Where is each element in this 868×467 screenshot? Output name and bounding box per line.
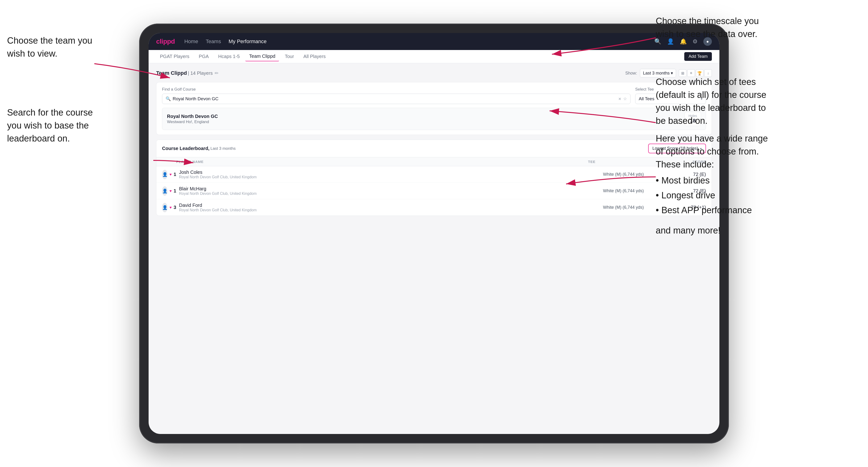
rank-cell-2: 👤 ♥ 1	[162, 186, 176, 196]
player-club-3: Royal North Devon Golf Club, United King…	[179, 208, 588, 212]
tee-cell-2: White (M) (6,744 yds)	[588, 188, 659, 193]
team-name: Team Clippd	[156, 70, 187, 76]
add-team-button[interactable]: Add Team	[684, 52, 712, 61]
edit-icon[interactable]: ✏	[215, 70, 219, 76]
subnav-pgat[interactable]: PGAT Players	[156, 52, 193, 61]
subnav-tour[interactable]: Tour	[281, 52, 298, 61]
course-result: Royal North Devon GC Westward Ho!, Engla…	[162, 108, 706, 130]
leaderboard-title: Course Leaderboard,	[162, 146, 210, 151]
player-name-3: David Ford	[179, 203, 588, 208]
table-row: 👤 ♥ 3 David Ford Royal North Devon Golf …	[156, 199, 712, 216]
tee-cell-3: White (M) (6,744 yds)	[588, 205, 659, 210]
search-star-icon[interactable]: ☆	[623, 96, 627, 101]
subnav-all-players[interactable]: All Players	[300, 52, 329, 61]
table-header-row: PLAYER NAME TEE SCORE	[156, 157, 712, 166]
tee-select-value: All Tees	[639, 96, 654, 101]
annotation-options-list: Most birdies Longest drive Best APP perf…	[656, 172, 752, 219]
col-header-player: PLAYER NAME	[176, 160, 588, 164]
player-name-1: Josh Coles	[179, 169, 588, 175]
subnav-pga[interactable]: PGA	[195, 52, 213, 61]
course-search-group: Find a Golf Course 🔍 Royal North Devon G…	[162, 87, 630, 104]
nav-teams[interactable]: Teams	[206, 38, 221, 44]
player-info-3: David Ford Royal North Devon Golf Club, …	[176, 203, 588, 212]
player-club-1: Royal North Devon Golf Club, United King…	[179, 175, 588, 179]
tee-cell-1: White (M) (6,744 yds)	[588, 172, 659, 177]
sub-nav: PGAT Players PGA Hcaps 1-5 Team Clippd T…	[149, 50, 719, 63]
search-clear-icon[interactable]: ✕	[618, 97, 621, 101]
leaderboard-subtitle: Last 3 months	[210, 146, 236, 151]
col-header-tee: TEE	[588, 160, 659, 164]
tablet-frame: clippd Home Teams My Performance 🔍 👤 🔔 ⚙…	[139, 24, 729, 443]
annotation-tees: Choose which set of tees(default is all)…	[656, 75, 766, 127]
player-avatar-1: 👤	[162, 170, 167, 179]
annotation-timescale: Choose the timescale youwish to see the …	[656, 14, 759, 40]
rank-cell-3: 👤 ♥ 3	[162, 203, 176, 212]
team-header: Team Clippd | 14 Players ✏ Show: Last 3 …	[156, 69, 712, 77]
nav-links: Home Teams My Performance	[184, 38, 645, 44]
logo: clippd	[156, 38, 175, 45]
player-info-2: Blair McHarg Royal North Devon Golf Club…	[176, 186, 588, 196]
search-row: Find a Golf Course 🔍 Royal North Devon G…	[162, 87, 706, 104]
leaderboard-table: PLAYER NAME TEE SCORE 👤 ♥ 1 Josh Coles	[156, 157, 712, 216]
player-info-1: Josh Coles Royal North Devon Golf Club, …	[176, 169, 588, 179]
course-search-input-wrapper[interactable]: 🔍 Royal North Devon GC ✕ ☆	[162, 94, 630, 104]
nav-home[interactable]: Home	[184, 38, 198, 44]
heart-icon-2[interactable]: ♥	[169, 189, 172, 193]
player-avatar-3: 👤	[162, 203, 167, 212]
annotation-options: Here you have a wide rangeof options to …	[656, 132, 768, 171]
navbar: clippd Home Teams My Performance 🔍 👤 🔔 ⚙…	[149, 33, 719, 50]
player-club-2: Royal North Devon Golf Club, United King…	[179, 191, 588, 196]
table-row: 👤 ♥ 1 Blair McHarg Royal North Devon Gol…	[156, 183, 712, 199]
course-search-card: Find a Golf Course 🔍 Royal North Devon G…	[156, 82, 712, 135]
annotation-team-choice: Choose the team youwish to view.	[7, 34, 92, 60]
option-birdies: Most birdies	[656, 174, 752, 187]
nav-my-performance[interactable]: My Performance	[228, 38, 267, 44]
player-avatar-2: 👤	[162, 186, 167, 196]
annotation-course-search: Search for the courseyou wish to base th…	[7, 106, 93, 145]
rank-number-2: 1	[174, 188, 176, 194]
heart-icon-3[interactable]: ♥	[169, 206, 172, 210]
subnav-team-clippd[interactable]: Team Clippd	[245, 52, 279, 61]
rank-number-1: 1	[174, 172, 176, 177]
main-content: Team Clippd | 14 Players ✏ Show: Last 3 …	[149, 63, 719, 221]
table-row: 👤 ♥ 1 Josh Coles Royal North Devon Golf …	[156, 166, 712, 183]
option-app: Best APP performance	[656, 204, 752, 217]
option-drive: Longest drive	[656, 189, 752, 202]
leaderboard-card: Course Leaderboard, Last 3 months Lowest…	[156, 139, 712, 216]
leaderboard-header: Course Leaderboard, Last 3 months Lowest…	[156, 140, 712, 157]
col-header-rank	[162, 160, 176, 164]
heart-icon-1[interactable]: ♥	[169, 173, 172, 177]
course-result-info: Royal North Devon GC Westward Ho!, Engla…	[167, 114, 218, 124]
find-course-label: Find a Golf Course	[162, 87, 630, 92]
course-result-location: Westward Ho!, England	[167, 120, 218, 124]
team-count: | 14 Players	[188, 70, 213, 76]
tablet-screen: clippd Home Teams My Performance 🔍 👤 🔔 ⚙…	[149, 33, 719, 434]
annotation-more: and many more!	[656, 224, 720, 237]
course-search-value: Royal North Devon GC	[173, 96, 616, 101]
subnav-hcaps[interactable]: Hcaps 1-5	[214, 52, 243, 61]
course-result-name: Royal North Devon GC	[167, 114, 218, 119]
show-label: Show:	[625, 71, 637, 76]
rank-cell-1: 👤 ♥ 1	[162, 170, 176, 179]
search-input-icon: 🔍	[165, 96, 171, 101]
player-name-2: Blair McHarg	[179, 186, 588, 191]
rank-number-3: 3	[174, 205, 176, 210]
